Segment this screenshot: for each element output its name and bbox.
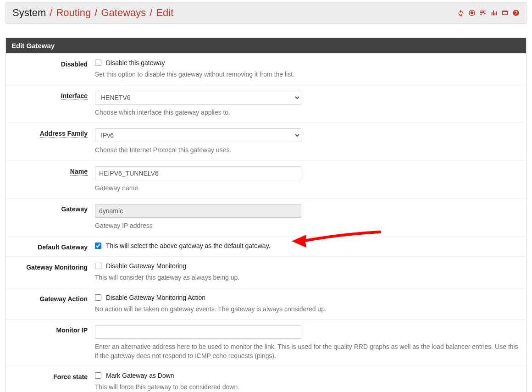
force-state-checkbox[interactable] xyxy=(95,372,101,379)
row-default-gateway: Default Gateway This will select the abo… xyxy=(6,236,526,256)
gateway-action-checkbox-label: Disable Gateway Monitoring Action xyxy=(106,294,205,301)
address-family-select[interactable]: IPv6 xyxy=(95,128,301,142)
row-gateway: Gateway Gateway IP address xyxy=(6,198,526,236)
row-gateway-action: Gateway Action Disable Gateway Monitorin… xyxy=(6,288,526,320)
row-interface: Interface HENETV6 Choose which interface… xyxy=(6,85,526,123)
help-force-state: This will force this gateway to be consi… xyxy=(95,383,521,392)
window-icon[interactable] xyxy=(501,9,509,17)
name-input[interactable] xyxy=(95,166,301,180)
row-disabled: Disabled Disable this gateway Set this o… xyxy=(6,53,526,85)
label-gateway: Gateway xyxy=(11,204,95,231)
monitor-ip-input[interactable] xyxy=(95,325,301,339)
label-name: Name xyxy=(11,166,95,193)
checkbox-disabled[interactable]: Disable this gateway xyxy=(95,59,521,66)
label-disabled: Disabled xyxy=(11,59,95,79)
help-gateway-action: No action will be taken on gateway event… xyxy=(95,305,521,314)
default-gateway-checkbox-label: This will select the above gateway as th… xyxy=(106,242,271,249)
checkbox-gateway-action[interactable]: Disable Gateway Monitoring Action xyxy=(95,294,521,301)
page-toolbar xyxy=(457,9,520,17)
label-address-family: Address Family xyxy=(11,128,95,155)
force-state-checkbox-label: Mark Gateway as Down xyxy=(106,372,174,379)
gateway-input xyxy=(95,204,301,218)
breadcrumb-sep: / xyxy=(94,7,97,19)
breadcrumb-sep: / xyxy=(50,7,52,19)
help-name: Gateway name xyxy=(95,184,521,193)
label-interface: Interface xyxy=(11,91,95,117)
row-force-state: Force state Mark Gateway as Down This wi… xyxy=(6,366,526,392)
help-interface: Choose which interface this gateway appl… xyxy=(95,108,521,117)
checkbox-force-state[interactable]: Mark Gateway as Down xyxy=(95,372,521,379)
label-force-state: Force state xyxy=(11,372,95,392)
row-name: Name Gateway name xyxy=(6,160,526,199)
breadcrumb-routing[interactable]: Routing xyxy=(56,7,91,19)
panel-title: Edit Gateway xyxy=(6,38,526,53)
label-gateway-action: Gateway Action xyxy=(11,294,95,314)
breadcrumb: System / Routing / Gateways / Edit xyxy=(12,7,173,19)
gateway-action-checkbox[interactable] xyxy=(95,294,101,301)
disabled-checkbox[interactable] xyxy=(95,60,101,66)
help-icon[interactable] xyxy=(512,9,520,17)
row-gateway-monitoring: Gateway Monitoring Disable Gateway Monit… xyxy=(6,256,526,288)
row-monitor-ip: Monitor IP Enter an alternative address … xyxy=(6,319,526,366)
interface-select[interactable]: HENETV6 xyxy=(95,91,301,105)
help-gateway-monitoring: This will consider this gateway as alway… xyxy=(95,273,521,282)
help-disabled: Set this option to disable this gateway … xyxy=(95,70,521,79)
breadcrumb-edit[interactable]: Edit xyxy=(156,7,173,19)
sliders-icon[interactable] xyxy=(479,9,487,17)
target-icon[interactable] xyxy=(468,9,476,17)
checkbox-gateway-monitoring[interactable]: Disable Gateway Monitoring xyxy=(95,262,521,270)
gateway-monitoring-checkbox[interactable] xyxy=(95,263,101,269)
disabled-checkbox-label: Disable this gateway xyxy=(106,59,165,66)
label-default-gateway: Default Gateway xyxy=(11,242,95,251)
edit-gateway-panel: Edit Gateway Disabled Disable this gatew… xyxy=(6,38,526,392)
row-address-family: Address Family IPv6 Choose the Internet … xyxy=(6,122,526,160)
breadcrumb-root: System xyxy=(12,7,46,19)
gateway-monitoring-checkbox-label: Disable Gateway Monitoring xyxy=(106,262,186,270)
breadcrumb-bar: System / Routing / Gateways / Edit xyxy=(6,2,526,24)
label-gateway-monitoring: Gateway Monitoring xyxy=(11,262,95,282)
bar-chart-icon[interactable] xyxy=(490,9,498,17)
checkbox-default-gateway[interactable]: This will select the above gateway as th… xyxy=(95,242,521,249)
help-gateway: Gateway IP address xyxy=(95,221,521,231)
label-monitor-ip: Monitor IP xyxy=(11,325,95,360)
breadcrumb-sep: / xyxy=(150,7,152,19)
help-monitor-ip: Enter an alternative address here to be … xyxy=(95,342,521,360)
breadcrumb-gateways[interactable]: Gateways xyxy=(101,7,146,19)
refresh-icon[interactable] xyxy=(457,9,465,17)
help-address-family: Choose the Internet Protocol this gatewa… xyxy=(95,146,521,155)
default-gateway-checkbox[interactable] xyxy=(95,243,101,249)
